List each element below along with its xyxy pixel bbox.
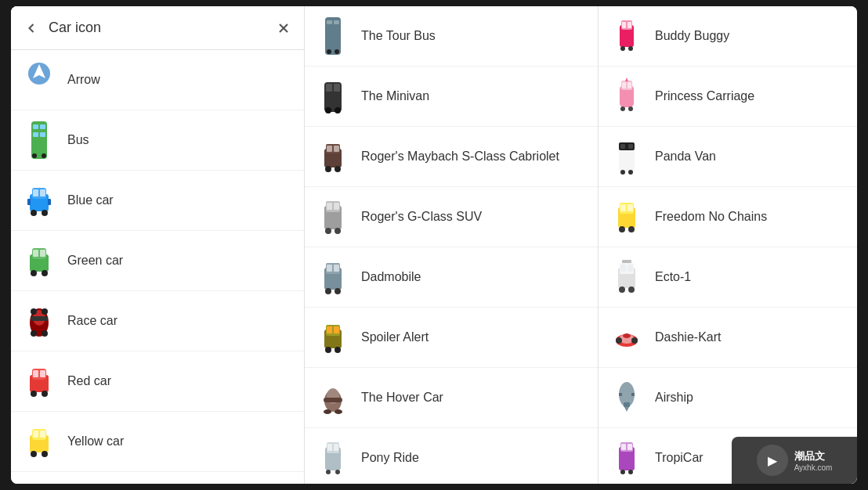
list-item-race-car[interactable]: Race car: [11, 291, 304, 351]
svg-point-103: [335, 470, 340, 474]
svg-rect-95: [324, 398, 342, 402]
minivan-label: The Minivan: [361, 89, 429, 103]
svg-rect-150: [622, 260, 631, 263]
svg-point-9: [32, 153, 37, 158]
blue-car-label: Blue car: [67, 193, 114, 207]
panda-van-label: Panda Van: [655, 150, 716, 164]
svg-point-62: [327, 49, 331, 54]
svg-rect-142: [620, 204, 626, 211]
play-button[interactable]: ▶: [757, 445, 788, 476]
middle-item-hover-car[interactable]: The Hover Car: [305, 368, 598, 428]
svg-point-144: [619, 226, 625, 232]
brand-info: 潮品文 Ayxhk.com: [794, 449, 833, 472]
right-item-freedom-no-chains[interactable]: Freedom No Chains: [599, 187, 857, 247]
gclass-label: Roger's G-Class SUV: [361, 210, 482, 224]
svg-point-131: [620, 106, 625, 111]
svg-rect-100: [327, 444, 332, 451]
svg-point-63: [335, 49, 339, 54]
right-item-princess-carriage[interactable]: Princess Carriage: [599, 67, 857, 127]
svg-point-168: [628, 470, 633, 474]
svg-point-102: [326, 470, 331, 474]
svg-point-23: [31, 270, 37, 276]
svg-rect-21: [33, 250, 38, 257]
svg-rect-136: [620, 144, 625, 149]
svg-rect-13: [33, 189, 38, 196]
list-item-motorbike[interactable]: Motorbike: [11, 472, 304, 484]
right-list: Buddy Buggy Princess Carriage: [599, 6, 857, 484]
svg-rect-129: [622, 82, 626, 88]
freedom-no-chains-label: Freedom No Chains: [655, 210, 767, 224]
list-item-red-car[interactable]: Red car: [11, 351, 304, 412]
hover-car-label: The Hover Car: [361, 391, 443, 405]
svg-point-139: [628, 170, 633, 175]
right-item-buddy-buggy[interactable]: Buddy Buggy: [599, 6, 857, 67]
back-button[interactable]: [24, 20, 39, 36]
green-car-label: Green car: [67, 254, 123, 268]
svg-point-36: [31, 391, 37, 397]
arrow-icon: [24, 58, 55, 102]
middle-item-tour-bus[interactable]: The Tour Bus: [305, 6, 598, 67]
middle-item-dadmobile[interactable]: Dadmobile: [305, 247, 598, 308]
svg-point-157: [623, 333, 631, 338]
svg-point-80: [335, 228, 341, 234]
middle-item-gclass[interactable]: Roger's G-Class SUV: [305, 187, 598, 247]
svg-rect-89: [327, 326, 332, 333]
close-button[interactable]: [276, 20, 291, 36]
svg-rect-14: [40, 189, 45, 196]
right-item-ecto1[interactable]: Ecto-1: [599, 247, 857, 308]
middle-item-minivan[interactable]: The Minivan: [305, 67, 598, 127]
middle-list: The Tour Bus The Minivan: [305, 6, 598, 484]
svg-point-10: [42, 153, 46, 158]
svg-rect-148: [620, 265, 626, 272]
middle-item-maybach[interactable]: Roger's Maybach S-Class Cabriolet: [305, 127, 598, 187]
svg-rect-160: [624, 402, 630, 407]
list-item-green-car[interactable]: Green car: [11, 231, 304, 291]
svg-rect-77: [327, 203, 332, 210]
svg-point-97: [335, 409, 342, 414]
dadmobile-icon: [317, 255, 349, 299]
svg-rect-40: [33, 431, 38, 438]
left-list: Arrow Bus: [11, 50, 304, 484]
play-icon: ▶: [768, 453, 777, 468]
svg-rect-35: [40, 370, 45, 377]
panel-title: Car icon: [49, 20, 276, 36]
svg-rect-27: [31, 316, 48, 321]
svg-point-16: [42, 210, 48, 216]
app-container: Car icon Arrow: [11, 6, 857, 484]
right-item-airship[interactable]: Airship: [599, 368, 857, 428]
svg-marker-133: [625, 77, 628, 81]
right-item-panda-van[interactable]: Panda Van: [599, 127, 857, 187]
svg-point-151: [619, 286, 625, 293]
right-item-dashie-kart[interactable]: Dashie-Kart: [599, 308, 857, 368]
red-car-label: Red car: [67, 374, 111, 388]
list-item-bus[interactable]: Bus: [11, 110, 304, 171]
svg-point-42: [31, 451, 37, 457]
pony-ride-label: Pony Ride: [361, 451, 419, 465]
blue-car-icon: [24, 178, 55, 222]
middle-item-spoiler[interactable]: Spoiler Alert: [305, 308, 598, 368]
yellow-car-icon: [24, 420, 55, 463]
svg-rect-90: [334, 326, 339, 333]
princess-carriage-label: Princess Carriage: [655, 89, 754, 103]
airship-icon: [611, 376, 642, 420]
svg-rect-72: [334, 146, 339, 152]
tropica-icon: [611, 436, 642, 480]
list-item-arrow[interactable]: Arrow: [11, 50, 304, 110]
svg-rect-22: [40, 250, 45, 257]
middle-panel: The Tour Bus The Minivan: [305, 6, 599, 484]
svg-rect-60: [327, 20, 332, 24]
middle-item-pony-ride[interactable]: Pony Ride: [305, 428, 598, 484]
svg-point-91: [325, 347, 331, 353]
panda-van-icon: [611, 135, 642, 178]
list-item-blue-car[interactable]: Blue car: [11, 171, 304, 231]
svg-rect-78: [334, 203, 339, 210]
svg-point-74: [335, 166, 341, 172]
svg-point-155: [616, 337, 622, 344]
yellow-car-label: Yellow car: [67, 434, 124, 449]
tour-bus-label: The Tour Bus: [361, 29, 436, 43]
svg-point-167: [620, 470, 625, 474]
svg-rect-83: [327, 265, 332, 272]
ecto1-icon: [611, 255, 642, 299]
maybach-icon: [317, 135, 349, 178]
list-item-yellow-car[interactable]: Yellow car: [11, 412, 304, 472]
